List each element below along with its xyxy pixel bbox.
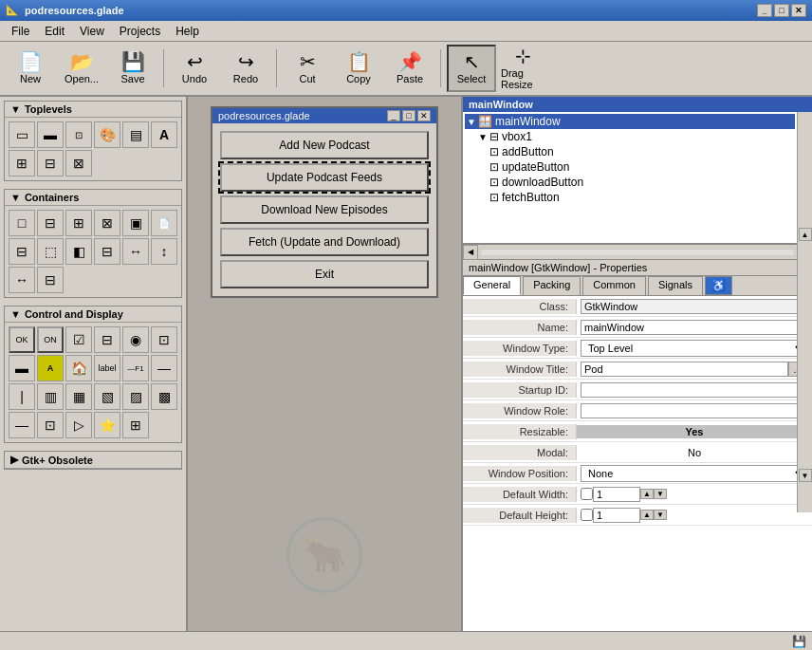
prop-input-name[interactable] xyxy=(581,320,808,335)
section-control-header[interactable]: ▼ Control and Display xyxy=(5,306,181,323)
palette-hpaned[interactable]: ◧ xyxy=(65,238,92,265)
tab-general[interactable]: General xyxy=(463,276,521,295)
section-containers-header[interactable]: ▼ Containers xyxy=(5,190,181,206)
prop-select-windowtype[interactable]: Top Level Popup xyxy=(581,340,808,357)
canvas-max-btn[interactable]: □ xyxy=(402,110,415,121)
prop-defheight-down[interactable]: ▼ xyxy=(654,510,667,520)
prop-check-defwidth[interactable] xyxy=(581,488,593,500)
palette-frame[interactable]: ▣ xyxy=(122,210,149,236)
palette-entry[interactable]: ⊡ xyxy=(151,326,177,353)
palette-table[interactable]: ⊞ xyxy=(65,210,92,236)
props-scroll-down[interactable]: ▼ xyxy=(799,469,812,482)
palette-accel[interactable]: label xyxy=(94,355,120,381)
canvas-download-button[interactable]: Download New Episodes xyxy=(220,195,429,224)
tree-item-vbox1[interactable]: ▼ ⊟ vbox1 xyxy=(465,129,795,144)
props-scroll-up[interactable]: ▲ xyxy=(799,228,812,241)
tree-hscroll-left[interactable]: ◀ xyxy=(463,245,478,260)
toolbar-save-button[interactable]: 💾 Save xyxy=(108,45,157,92)
palette-combobox[interactable]: ▧ xyxy=(94,383,120,410)
palette-hbox[interactable]: □ xyxy=(9,210,35,236)
tree-hscroll[interactable]: ◀ ▶ xyxy=(463,245,812,260)
prop-input-class[interactable] xyxy=(581,299,808,314)
prop-check-defheight[interactable] xyxy=(581,509,593,521)
toolbar-undo-button[interactable]: ↩ Undo xyxy=(170,45,219,92)
toolbar-drag-resize-button[interactable]: ⊹ Drag Resize xyxy=(498,45,547,92)
palette-image[interactable]: 🏠 xyxy=(65,355,92,381)
prop-input-title[interactable] xyxy=(581,362,788,377)
close-button[interactable]: ✕ xyxy=(791,4,806,17)
props-vscrollbar[interactable]: ▲ ▼ xyxy=(797,228,812,512)
canvas-add-button[interactable]: Add New Podcast xyxy=(220,131,429,159)
prop-defwidth-down[interactable]: ▼ xyxy=(654,489,667,499)
palette-vbbox[interactable]: ↕ xyxy=(151,238,177,265)
palette-filechooser[interactable]: ▤ xyxy=(122,121,149,148)
tree-scrollbar[interactable] xyxy=(797,112,812,243)
tab-signals[interactable]: Signals xyxy=(648,276,703,295)
palette-statusbar[interactable]: ▦ xyxy=(65,383,92,410)
palette-message[interactable]: ⊟ xyxy=(37,150,64,176)
palette-slider[interactable]: — xyxy=(9,412,35,438)
palette-font[interactable]: A xyxy=(151,121,177,148)
palette-eventbox[interactable]: ⊟ xyxy=(37,267,64,293)
palette-expander[interactable]: ⬚ xyxy=(37,238,64,265)
palette-input[interactable]: ⊞ xyxy=(9,150,35,176)
toolbar-redo-button[interactable]: ↪ Redo xyxy=(221,45,270,92)
palette-scrolled[interactable]: 📄 xyxy=(151,210,177,236)
prop-select-position[interactable]: None Center Mouse xyxy=(581,465,808,482)
prop-input-defwidth[interactable] xyxy=(593,487,640,502)
prop-input-startupid[interactable] xyxy=(581,382,808,398)
palette-scale[interactable]: ⊡ xyxy=(37,412,64,438)
menu-projects[interactable]: Projects xyxy=(112,23,168,40)
palette-dialog[interactable]: ▬ xyxy=(37,121,64,148)
palette-spin[interactable]: ▬ xyxy=(9,355,35,381)
toolbar-paste-button[interactable]: 📌 Paste xyxy=(385,45,434,92)
toolbar-cut-button[interactable]: ✂ Cut xyxy=(283,45,332,92)
palette-treeview[interactable]: ▨ xyxy=(122,383,149,410)
prop-input-defheight[interactable] xyxy=(593,508,640,523)
section-toplevels-header[interactable]: ▼ Toplevels xyxy=(5,102,181,118)
tab-packing[interactable]: Packing xyxy=(523,276,581,295)
canvas-update-button[interactable]: Update Podcast Feeds xyxy=(220,163,429,192)
menu-help[interactable]: Help xyxy=(168,23,207,40)
menu-file[interactable]: File xyxy=(4,23,37,40)
tab-common[interactable]: Common xyxy=(582,276,646,295)
tree-item-downloadbtn[interactable]: ⊡ downloadButton xyxy=(465,175,795,190)
tree-item-addbtn[interactable]: ⊡ addButton xyxy=(465,144,795,159)
menu-view[interactable]: View xyxy=(72,23,112,40)
palette-colorbutton[interactable]: ⭐ xyxy=(94,412,120,438)
palette-textview[interactable]: ▩ xyxy=(151,383,177,410)
tree-hscroll-track[interactable] xyxy=(480,249,795,256)
prop-defheight-up[interactable]: ▲ xyxy=(640,510,654,520)
palette-color[interactable]: 🎨 xyxy=(94,121,120,148)
palette-progress[interactable]: ▥ xyxy=(37,383,64,410)
canvas-close-btn[interactable]: ✕ xyxy=(417,110,431,121)
tab-accessibility[interactable]: ♿ xyxy=(705,276,732,295)
palette-window[interactable]: ▭ xyxy=(9,121,35,148)
palette-vsep[interactable]: | xyxy=(9,383,35,410)
canvas-min-btn[interactable]: _ xyxy=(387,110,400,121)
palette-button[interactable]: OK xyxy=(9,326,35,353)
toolbar-new-button[interactable]: 📄 New xyxy=(6,45,55,92)
palette-label2[interactable]: —F1 xyxy=(122,355,149,381)
palette-radio[interactable]: ⊟ xyxy=(94,326,120,353)
toolbar-open-button[interactable]: 📂 Open... xyxy=(57,45,106,92)
palette-label[interactable]: A xyxy=(37,355,64,381)
toolbar-copy-button[interactable]: 📋 Copy xyxy=(334,45,383,92)
section-obsolete-header[interactable]: ▶ Gtk+ Obsolete xyxy=(5,452,181,469)
palette-alignment[interactable]: ↔ xyxy=(9,267,35,293)
palette-vbox[interactable]: ⊟ xyxy=(37,210,64,236)
palette-fixed[interactable]: ⊠ xyxy=(94,210,120,236)
tree-item-fetchbtn[interactable]: ⊡ fetchButton xyxy=(465,190,795,205)
palette-hbbox[interactable]: ↔ xyxy=(122,238,149,265)
palette-about[interactable]: ⊡ xyxy=(65,121,92,148)
palette-check[interactable]: ☑ xyxy=(65,326,92,353)
prop-input-role[interactable] xyxy=(581,403,808,418)
canvas-fetch-button[interactable]: Fetch (Update and Download) xyxy=(220,228,429,256)
palette-play[interactable]: ▷ xyxy=(65,412,92,438)
prop-defwidth-up[interactable]: ▲ xyxy=(640,489,654,499)
tree-item-mainwindow[interactable]: ▼ 🪟 mainWindow xyxy=(465,114,795,129)
canvas-exit-button[interactable]: Exit xyxy=(220,260,429,288)
palette-hsep[interactable]: — xyxy=(151,355,177,381)
palette-radio2[interactable]: ◉ xyxy=(122,326,149,353)
toolbar-select-button[interactable]: ↖ Select xyxy=(447,45,496,92)
